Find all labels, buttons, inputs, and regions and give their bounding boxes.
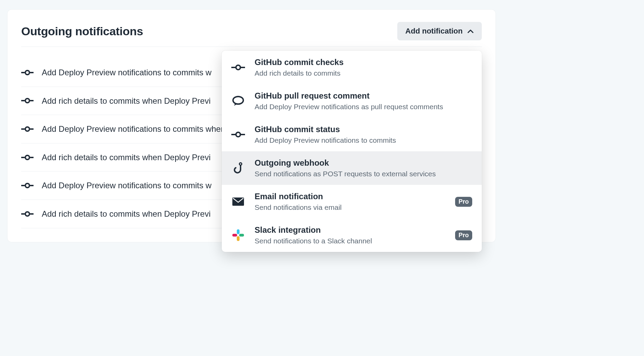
dropdown-item-title: Email notification (255, 192, 446, 201)
dropdown-item-github-pr-comment[interactable]: GitHub pull request comment Add Deploy P… (222, 84, 482, 118)
dropdown-item-github-commit-status[interactable]: GitHub commit status Add Deploy Preview … (222, 118, 482, 151)
svg-point-16 (25, 212, 29, 216)
slack-icon (231, 229, 245, 241)
dropdown-item-slack-integration[interactable]: Slack integration Send notifications to … (222, 218, 482, 252)
dropdown-item-text: Email notification Send notifications vi… (255, 192, 446, 212)
dropdown-item-title: GitHub pull request comment (255, 91, 472, 101)
svg-point-1 (25, 71, 29, 75)
commit-icon (21, 70, 34, 75)
dropdown-item-text: GitHub pull request comment Add Deploy P… (255, 91, 472, 111)
dropdown-item-desc: Send notifications as POST requests to e… (255, 170, 472, 178)
pro-badge: Pro (455, 197, 472, 207)
dropdown-item-outgoing-webhook[interactable]: Outgoing webhook Send notifications as P… (222, 151, 482, 185)
dropdown-item-title: Slack integration (255, 225, 446, 235)
dropdown-item-desc: Add rich details to commits (255, 69, 472, 77)
commit-icon (21, 155, 34, 160)
svg-point-19 (236, 65, 241, 70)
dropdown-item-desc: Send notifications via email (255, 203, 446, 212)
svg-point-7 (25, 127, 29, 131)
dropdown-item-desc: Send notifications to a Slack channel (255, 237, 446, 245)
svg-point-21 (233, 97, 243, 104)
dropdown-item-desc: Add Deploy Preview notifications as pull… (255, 103, 472, 111)
dropdown-item-title: GitHub commit checks (255, 58, 472, 67)
dropdown-item-title: Outgoing webhook (255, 158, 472, 168)
dropdown-item-text: Slack integration Send notifications to … (255, 225, 446, 245)
add-notification-label: Add notification (405, 27, 463, 36)
dropdown-item-github-commit-checks[interactable]: GitHub commit checks Add rich details to… (222, 51, 482, 84)
commit-icon (21, 98, 34, 103)
dropdown-item-text: Outgoing webhook Send notifications as P… (255, 158, 472, 178)
email-icon (231, 197, 245, 206)
dropdown-item-email-notification[interactable]: Email notification Send notifications vi… (222, 185, 482, 218)
card-header: Outgoing notifications Add notification (21, 22, 482, 47)
svg-point-10 (25, 155, 29, 160)
commit-icon (231, 131, 245, 138)
commit-icon (21, 211, 34, 217)
commit-icon (21, 126, 34, 132)
commit-icon (231, 64, 245, 71)
svg-point-4 (25, 99, 29, 103)
dropdown-item-desc: Add Deploy Preview notifications to comm… (255, 136, 472, 144)
svg-point-23 (236, 132, 241, 137)
add-notification-dropdown: GitHub commit checks Add rich details to… (222, 51, 482, 252)
dropdown-item-text: GitHub commit status Add Deploy Preview … (255, 125, 472, 144)
chevron-up-icon (467, 29, 474, 33)
dropdown-item-text: GitHub commit checks Add rich details to… (255, 58, 472, 77)
comment-icon (231, 96, 245, 106)
pro-badge: Pro (455, 230, 472, 240)
dropdown-item-title: GitHub commit status (255, 125, 472, 134)
page-title: Outgoing notifications (21, 25, 143, 38)
notifications-card: Outgoing notifications Add notification … (8, 10, 495, 242)
webhook-icon (231, 162, 245, 174)
commit-icon (21, 183, 34, 188)
add-notification-button[interactable]: Add notification (397, 22, 482, 40)
svg-point-13 (25, 183, 29, 188)
